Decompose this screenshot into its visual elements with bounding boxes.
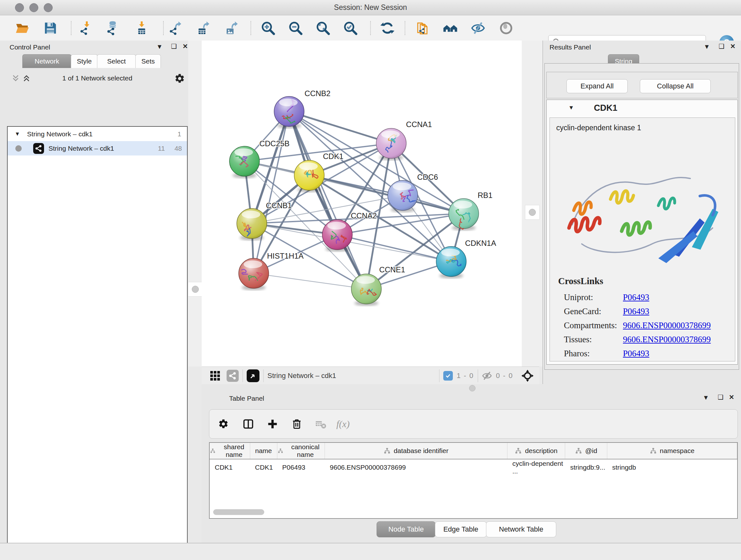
tab-style[interactable]: Style	[71, 54, 98, 68]
import-network-database-button[interactable]	[105, 20, 121, 37]
import-table-file-button[interactable]	[133, 20, 150, 37]
table-panel-collapse-icon[interactable]: ▼	[703, 394, 709, 401]
network-options-gear-button[interactable]	[174, 73, 185, 84]
refresh-icon	[381, 21, 394, 35]
homes-icon	[442, 21, 458, 36]
network-node-CDKN1A[interactable]	[436, 246, 466, 278]
network-collection-row[interactable]: ▼ String Network – cdk1 1	[8, 127, 187, 141]
export-image-icon	[224, 21, 239, 36]
horizontal-splitter-handle[interactable]	[469, 385, 475, 391]
node-label: CDKN1A	[465, 239, 496, 247]
results-panel-float-icon[interactable]: ❑	[719, 43, 724, 50]
hide-panel-button[interactable]	[470, 20, 486, 37]
zoom-fit-button[interactable]	[315, 20, 331, 37]
network-node-CCNE1[interactable]	[351, 274, 381, 306]
zoom-in-button[interactable]	[260, 20, 276, 37]
export-image-button[interactable]	[223, 20, 240, 37]
table-panel-close-icon[interactable]: ✕	[729, 393, 734, 401]
network-canvas[interactable]: CCNB2CCNA1CDC25BCDK1CDC6RB1CCNB1CCNA2CDK…	[202, 41, 522, 367]
table-cell[interactable]: CDK1	[210, 459, 250, 476]
birdseye-grid-button[interactable]	[209, 370, 221, 381]
string-panel-button[interactable]	[226, 370, 239, 382]
control-panel-float-icon[interactable]: ❑	[171, 43, 177, 50]
selected-nodes-checkbox[interactable]	[443, 371, 453, 381]
table-panel-float-icon[interactable]: ❑	[718, 393, 724, 401]
gray-orb-icon	[499, 21, 513, 35]
network-node-CCNA1[interactable]	[376, 128, 406, 160]
create-column-button[interactable]	[264, 415, 281, 433]
network-node-count: 11	[158, 145, 165, 152]
table-column-header[interactable]: description	[507, 443, 565, 459]
results-panel-close-icon[interactable]: ✕	[730, 43, 736, 50]
table-hscrollbar-thumb[interactable]	[213, 509, 264, 515]
table-cell[interactable]: P06493	[277, 459, 325, 476]
tab-select[interactable]: Select	[97, 54, 136, 68]
table-column-header[interactable]: shared name	[210, 443, 250, 459]
table-settings-gear-button[interactable]	[214, 415, 232, 433]
expand-all-button[interactable]: Expand All	[566, 79, 628, 93]
table-column-header[interactable]: namespace	[607, 443, 737, 459]
network-row[interactable]: String Network – cdk1 11 48	[8, 141, 187, 155]
control-panel-close-icon[interactable]: ✕	[183, 43, 188, 50]
left-splitter-handle[interactable]	[188, 282, 203, 297]
crosslink-value-link[interactable]: P06493	[623, 349, 650, 359]
crosslink-value-link[interactable]: 9606.ENSP00000378699	[623, 334, 711, 345]
table-column-header[interactable]: @id	[565, 443, 607, 459]
table-row[interactable]: CDK1CDK1P064939606.ENSP00000378699cyclin…	[210, 459, 737, 476]
clone-network-button[interactable]	[413, 20, 430, 37]
gene-section-expand-arrow-icon[interactable]: ▼	[568, 105, 574, 111]
crosslink-label: Pharos:	[564, 349, 623, 359]
table-cell[interactable]: 9606.ENSP00000378699	[325, 459, 508, 476]
show-home-button[interactable]	[442, 20, 458, 37]
crosslink-value-link[interactable]: 9606.ENSP00000378699	[623, 320, 711, 330]
refresh-button[interactable]	[379, 20, 396, 37]
right-splitter-handle[interactable]	[525, 205, 540, 220]
import-network-file-button[interactable]	[78, 20, 95, 37]
zoom-selected-button[interactable]	[342, 20, 359, 37]
table-cell[interactable]: stringdb:9...	[565, 459, 607, 476]
table-cell[interactable]: CDK1	[250, 459, 277, 476]
table-cell[interactable]: cyclin-dependent ...	[507, 459, 565, 476]
left-splitter[interactable]	[188, 41, 202, 367]
crosslink-value-link[interactable]: P06493	[623, 307, 650, 316]
hidden-eye-icon[interactable]	[482, 371, 492, 381]
network-node-RB1[interactable]	[449, 199, 479, 231]
open-session-button[interactable]	[14, 20, 30, 37]
export-table-button[interactable]	[195, 20, 212, 37]
tab-node-table[interactable]: Node Table	[377, 521, 435, 537]
horizontal-splitter[interactable]	[202, 384, 741, 392]
tab-network-table[interactable]: Network Table	[486, 521, 556, 537]
save-session-button[interactable]	[42, 20, 59, 37]
collapse-all-button[interactable]: Collapse All	[640, 79, 711, 93]
network-node-CDC25B[interactable]	[229, 146, 259, 178]
control-panel-collapse-icon[interactable]: ▼	[156, 43, 163, 51]
fit-selected-crosshair-button[interactable]	[522, 370, 534, 382]
collapse-all-label: Collapse All	[657, 82, 694, 90]
toolbar-separator	[370, 21, 371, 35]
export-network-button[interactable]	[167, 20, 184, 37]
zoom-out-button[interactable]	[287, 20, 304, 37]
network-node-HIST1H1A[interactable]	[239, 258, 269, 290]
collapse-all-networks-button[interactable]	[11, 74, 20, 82]
detach-view-button[interactable]	[247, 369, 259, 382]
table-column-header[interactable]: canonical name	[277, 443, 325, 459]
table-column-header[interactable]: database identifier	[325, 443, 508, 459]
results-panel-collapse-icon[interactable]: ▼	[704, 43, 710, 51]
save-icon	[44, 21, 57, 35]
expand-all-networks-button[interactable]	[22, 74, 30, 82]
table-column-header[interactable]: name	[250, 443, 277, 459]
virtual-column-fork-icon	[384, 447, 391, 454]
column-header-label: canonical name	[286, 443, 324, 458]
crosslink-value-link[interactable]: P06493	[623, 293, 650, 302]
tab-network[interactable]: Network	[22, 54, 71, 68]
delete-column-button[interactable]	[288, 415, 306, 433]
show-columns-button[interactable]	[239, 415, 257, 433]
preview-button[interactable]	[498, 20, 515, 37]
collection-expand-arrow-icon[interactable]: ▼	[15, 131, 20, 137]
table-cell[interactable]: stringdb	[607, 459, 737, 476]
tab-sets[interactable]: Sets	[135, 54, 161, 68]
bar-separator	[243, 369, 243, 382]
crosslink-label: Compartments:	[564, 320, 623, 330]
tab-edge-table[interactable]: Edge Table	[435, 521, 487, 537]
right-splitter[interactable]	[522, 41, 542, 367]
